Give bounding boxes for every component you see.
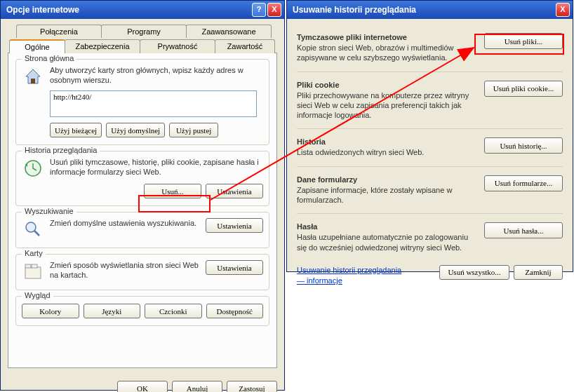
tab-general[interactable]: Ogólne xyxy=(9,39,65,53)
about-link-line1[interactable]: Usuwanie historii przeglądania xyxy=(297,266,401,274)
tab-connections[interactable]: Połączenia xyxy=(16,25,102,38)
history-text: Usuń pliki tymczasowe, historię, pliki c… xyxy=(50,157,263,177)
svg-line-4 xyxy=(34,231,39,236)
passwords-title: Hasła xyxy=(297,222,477,231)
close-button[interactable]: X xyxy=(267,3,281,17)
temp-files-title: Tymczasowe pliki internetowe xyxy=(297,33,477,41)
use-blank-button[interactable]: Użyj pustej xyxy=(169,123,218,137)
tab-privacy[interactable]: Prywatność xyxy=(140,39,215,53)
cancel-button[interactable]: Anuluj xyxy=(172,381,222,392)
appearance-legend: Wygląd xyxy=(22,291,53,299)
titlebar[interactable]: Opcje internetowe ? X xyxy=(1,1,284,19)
tabs-settings-button[interactable]: Ustawienia xyxy=(206,260,263,275)
delete-files-button[interactable]: Usuń pliki... xyxy=(484,33,563,49)
search-settings-button[interactable]: Ustawienia xyxy=(206,218,263,233)
tab-programs[interactable]: Programy xyxy=(101,25,187,38)
titlebar-controls: X xyxy=(556,3,570,17)
cookies-section: Pliki cookie Pliki przechowywane na komp… xyxy=(297,76,563,130)
apply-button[interactable]: Zastosuj xyxy=(227,381,277,392)
forms-title: Dane formularzy xyxy=(297,175,477,184)
history-icon xyxy=(22,157,44,180)
colors-button[interactable]: Kolory xyxy=(22,304,79,318)
tabs-legend: Karty xyxy=(22,249,46,257)
dialog-title: Opcje internetowe xyxy=(6,5,79,15)
tab-panel-general: Strona główna Aby utworzyć karty stron g… xyxy=(8,53,277,368)
tab-content[interactable]: Zawartość xyxy=(215,39,275,53)
tab-advanced[interactable]: Zaawansowane xyxy=(186,25,272,38)
tabs-fieldset: Karty Zmień sposób wyświetlania stron si… xyxy=(15,254,269,290)
fonts-button[interactable]: Czcionki xyxy=(145,304,202,318)
passwords-section: Hasła Hasła uzupełniane automatycznie po… xyxy=(297,218,563,261)
temp-files-section: Tymczasowe pliki internetowe Kopie stron… xyxy=(297,29,563,72)
tab-security[interactable]: Zabezpieczenia xyxy=(65,39,140,53)
svg-rect-6 xyxy=(25,264,31,268)
svg-rect-1 xyxy=(31,79,35,83)
home-icon xyxy=(22,65,44,88)
homepage-url-input[interactable] xyxy=(50,90,257,117)
history-desc: Lista odwiedzonych witryn sieci Web. xyxy=(297,147,477,157)
svg-rect-7 xyxy=(32,264,37,268)
delete-forms-button[interactable]: Usuń formularze... xyxy=(484,175,563,191)
internet-options-dialog: Opcje internetowe ? X Połączenia Program… xyxy=(0,0,285,391)
dialog-body: Tymczasowe pliki internetowe Kopie stron… xyxy=(287,19,573,294)
history-settings-button[interactable]: Ustawienia xyxy=(206,184,263,198)
search-legend: Wyszukiwanie xyxy=(22,207,76,215)
history-title: Historia xyxy=(297,137,477,146)
titlebar-controls: ? X xyxy=(252,3,281,17)
close-dialog-button[interactable]: Zamknij xyxy=(514,265,563,280)
dialog-footer: Usuwanie historii przeglądania — informa… xyxy=(297,265,563,287)
svg-rect-5 xyxy=(25,267,41,278)
svg-point-3 xyxy=(26,222,36,232)
temp-files-desc: Kopie stron sieci Web, obrazów i multime… xyxy=(297,43,477,63)
history-fieldset: Historia przeglądania Usuń pliki tymczas… xyxy=(15,151,269,206)
cookies-desc: Pliki przechowywane na komputerze przez … xyxy=(297,90,477,121)
delete-cookies-button[interactable]: Usuń pliki cookie... xyxy=(484,81,563,97)
forms-desc: Zapisane informacje, które zostały wpisa… xyxy=(297,185,477,205)
search-fieldset: Wyszukiwanie Zmień domyślne ustawienia w… xyxy=(15,212,269,248)
dialog-body: Połączenia Programy Zaawansowane Ogólne … xyxy=(1,19,284,375)
dialog-title: Usuwanie historii przeglądania xyxy=(293,5,416,15)
dialog-bottom-buttons: OK Anuluj Zastosuj xyxy=(1,375,284,392)
history-section: Historia Lista odwiedzonych witryn sieci… xyxy=(297,133,563,166)
help-button[interactable]: ? xyxy=(252,3,266,17)
delete-history-button[interactable]: Usuń historię... xyxy=(484,137,563,154)
use-default-button[interactable]: Użyj domyślnej xyxy=(106,123,165,137)
cookies-title: Pliki cookie xyxy=(297,81,477,89)
homepage-text: Aby utworzyć karty stron głównych, wpisz… xyxy=(50,65,263,86)
appearance-fieldset: Wygląd Kolory Języki Czcionki Dostępność xyxy=(15,296,269,326)
languages-button[interactable]: Języki xyxy=(84,304,141,318)
passwords-desc: Hasła uzupełniane automatycznie po zalog… xyxy=(297,232,477,252)
tab-row-primary: Ogólne Zabezpieczenia Prywatność Zawarto… xyxy=(9,39,277,53)
delete-all-button[interactable]: Usuń wszystko... xyxy=(439,265,509,280)
close-button[interactable]: X xyxy=(556,3,570,17)
use-current-button[interactable]: Użyj bieżącej xyxy=(50,123,102,137)
delete-history-button[interactable]: Usuń... xyxy=(144,184,201,198)
tab-row-secondary: Połączenia Programy Zaawansowane xyxy=(16,25,277,38)
history-legend: Historia przeglądania xyxy=(22,146,100,154)
accessibility-button[interactable]: Dostępność xyxy=(206,304,264,318)
search-text: Zmień domyślne ustawienia wyszukiwania. xyxy=(50,218,200,228)
tabs-icon xyxy=(22,260,44,283)
forms-section: Dane formularzy Zapisane informacje, któ… xyxy=(297,171,563,215)
search-icon xyxy=(22,218,44,241)
homepage-legend: Strona główna xyxy=(22,54,76,62)
titlebar[interactable]: Usuwanie historii przeglądania X xyxy=(287,1,573,19)
delete-passwords-button[interactable]: Usuń hasła... xyxy=(484,222,563,238)
about-link-line2[interactable]: — informacje xyxy=(297,276,342,285)
delete-history-dialog: Usuwanie historii przeglądania X Tymczas… xyxy=(286,0,573,272)
ok-button[interactable]: OK xyxy=(117,381,168,392)
homepage-fieldset: Strona główna Aby utworzyć karty stron g… xyxy=(15,59,269,145)
tabs-text: Zmień sposób wyświetlania stron sieci We… xyxy=(50,260,200,281)
